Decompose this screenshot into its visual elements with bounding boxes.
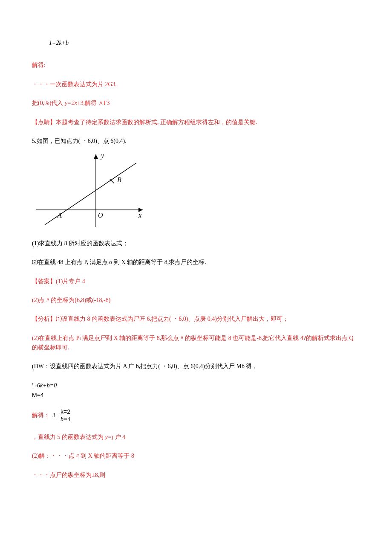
coordinate-graph: y x O A B (32, 150, 360, 232)
origin-label: O (98, 212, 103, 219)
line-expression: ，直线力 5 的函数表达式为 y=j 户 4 (32, 433, 360, 442)
analysis-1: 【分析】⑴设直线力 8 的函数表达式为尸匠 6,把点力( ・6,0)、点庚 0,… (32, 314, 360, 324)
answer-heading: 【答案】(1)片专户 4 (32, 277, 360, 286)
system-equation-1: \ -6k+b=0 (32, 381, 360, 390)
answer-2: (2)点〃的坐标为(6,8)或(-18,-8) (32, 296, 360, 305)
end-line: ・・・点尸的纵坐标为±8,则 (32, 471, 360, 480)
system-equation-2: M=4 (32, 390, 360, 400)
point-comment: 【点睛】本题考查了待定系数法求函数的解析式, 正确解方程组求得左和，的值是关键. (32, 118, 360, 127)
sub-equation: y=2x (65, 100, 77, 106)
svg-marker-3 (94, 154, 98, 159)
x-axis-label: x (138, 212, 141, 219)
solve-bot: b=4 (61, 416, 70, 423)
dw-statement: (DW：设直线四的函数表达式为片 A 广 b,把点力( ・6,0)、点 6(0,… (32, 362, 360, 371)
question-5-1: (1)求直线力 8 所对应的函数表达式； (32, 239, 360, 248)
point-a-label: A (57, 212, 62, 219)
equation-top: 1=2k+b (32, 38, 360, 48)
sub-prefix: 把(0,%)代入 (32, 100, 65, 106)
solve-label-2: 解得： (32, 411, 50, 420)
q2-solve: (2)解：・・・点〃到 X 轴的距离等于 8 (32, 451, 360, 461)
analysis-2: (2)在直线上有点 Pᵢ 满足点尸到 X 轴的距离等于 8,那么点〃的纵坐标可能… (32, 334, 360, 353)
svg-line-5 (110, 179, 114, 183)
y-axis-label: y (100, 152, 104, 160)
sub-tail: +3,解得 ∧F3 (77, 100, 110, 106)
question-5-intro: 5.如图，已知点力( ・6,0)、点 6(0,4). (32, 137, 360, 146)
solve-mid: 3 (52, 411, 55, 420)
substitution-line: 把(0,%)代入 y=2x+3,解得 ∧F3 (32, 99, 360, 108)
linear-function-statement: ・・・一次函数表达式为片 2G3. (32, 80, 360, 89)
solve-top: k=2 (61, 408, 70, 416)
solve-label: 解得: (32, 61, 360, 70)
question-5-2: ⑵在直线 48 上有点 P, 满足点 α 到 X 轴的距离等于 8,求点尸的坐标… (32, 258, 360, 267)
line-expr-eq: y=j (105, 434, 114, 440)
point-b-label: B (117, 176, 121, 183)
line-expr-tail: 户 4 (113, 434, 125, 440)
line-expr-prefix: ，直线力 5 的函数表达式为 (32, 434, 105, 440)
